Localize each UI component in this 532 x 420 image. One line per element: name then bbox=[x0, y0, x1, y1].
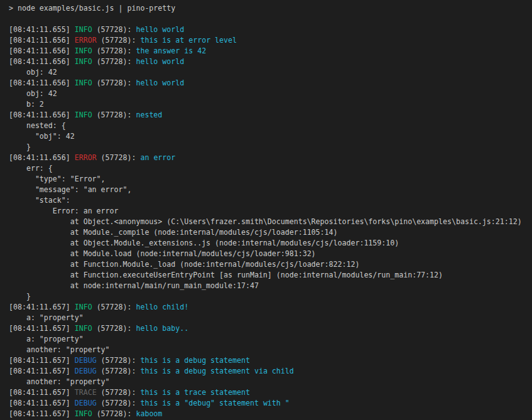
log-pid: (57728): bbox=[101, 399, 136, 407]
context-text: } bbox=[9, 292, 31, 301]
log-timestamp: [08:41:11.656] bbox=[9, 57, 70, 66]
context-line: at Object.Module._extensions..js (node:i… bbox=[9, 238, 529, 249]
log-message: this is a debug statement via child bbox=[140, 367, 293, 375]
log-line: [08:41:11.656] INFO (57728): hello world bbox=[9, 78, 529, 89]
context-text: at Function.executeUserEntryPoint [as ru… bbox=[9, 271, 443, 279]
context-text: at node:internal/main/run_main_module:17… bbox=[9, 281, 259, 290]
log-message: an error bbox=[140, 153, 175, 162]
log-timestamp: [08:41:11.656] bbox=[9, 78, 70, 87]
log-timestamp: [08:41:11.657] bbox=[9, 409, 70, 418]
context-line: obj: 42 bbox=[9, 67, 529, 78]
log-level: INFO bbox=[75, 78, 92, 87]
log-level: INFO bbox=[75, 25, 92, 34]
log-line: [08:41:11.657] DEBUG (57728): this is a … bbox=[9, 366, 529, 377]
context-line: "type": "Error", bbox=[9, 174, 529, 185]
log-level: ERROR bbox=[75, 36, 97, 45]
log-pid: (57728): bbox=[101, 356, 136, 365]
log-line: [08:41:11.657] DEBUG (57728): this is a … bbox=[9, 398, 529, 409]
context-line: } bbox=[9, 291, 529, 302]
context-line: at Function.Module._load (node:internal/… bbox=[9, 259, 529, 270]
log-timestamp: [08:41:11.657] bbox=[9, 303, 70, 311]
context-text: "obj": 42 bbox=[9, 132, 75, 141]
log-pid: (57728): bbox=[97, 46, 132, 55]
terminal-output[interactable]: > node examples/basic.js | pino-pretty [… bbox=[0, 0, 532, 420]
log-line: [08:41:11.656] INFO (57728): nested bbox=[9, 110, 529, 121]
context-text: at Module._compile (node:internal/module… bbox=[9, 228, 338, 237]
context-line: nested: { bbox=[9, 121, 529, 131]
log-line: [08:41:11.657] TRACE (57728): this is a … bbox=[9, 387, 529, 398]
log-line: [08:41:11.656] ERROR (57728): an error bbox=[9, 153, 529, 163]
context-text: at Function.Module._load (node:internal/… bbox=[9, 260, 359, 269]
log-message: hello baby.. bbox=[136, 324, 188, 333]
context-line: Error: an error bbox=[9, 206, 529, 217]
context-text: a: "property" bbox=[9, 313, 84, 322]
log-timestamp: [08:41:11.657] bbox=[9, 367, 70, 375]
log-timestamp: [08:41:11.657] bbox=[9, 356, 70, 365]
log-message: the answer is 42 bbox=[136, 46, 206, 55]
log-timestamp: [08:41:11.656] bbox=[9, 153, 70, 162]
context-line: at Module.load (node:internal/modules/cj… bbox=[9, 249, 529, 259]
log-message: hello world bbox=[136, 57, 184, 66]
context-line: "stack": bbox=[9, 195, 529, 206]
context-line: at Module._compile (node:internal/module… bbox=[9, 227, 529, 238]
log-message: hello world bbox=[136, 78, 184, 87]
log-pid: (57728): bbox=[97, 303, 132, 311]
log-pid: (57728): bbox=[101, 367, 136, 375]
context-text: another: "property" bbox=[9, 377, 110, 386]
log-pid: (57728): bbox=[97, 110, 132, 119]
context-line: } bbox=[9, 142, 529, 153]
log-timestamp: [08:41:11.656] bbox=[9, 110, 70, 119]
context-line: "message": "an error", bbox=[9, 185, 529, 195]
log-line: [08:41:11.656] INFO (57728): the answer … bbox=[9, 46, 529, 57]
context-text: b: 2 bbox=[9, 100, 44, 109]
log-message: this is at error level bbox=[140, 36, 237, 45]
log-level: DEBUG bbox=[75, 367, 97, 375]
log-pid: (57728): bbox=[97, 57, 132, 66]
context-line: a: "property" bbox=[9, 313, 529, 323]
context-text: err: { bbox=[9, 164, 53, 173]
context-line: "obj": 42 bbox=[9, 131, 529, 142]
context-line: another: "property" bbox=[9, 377, 529, 387]
log-level: DEBUG bbox=[75, 356, 97, 365]
log-pid: (57728): bbox=[101, 388, 136, 397]
log-message: hello world bbox=[136, 25, 184, 34]
log-level: TRACE bbox=[75, 388, 97, 397]
context-text: nested: { bbox=[9, 121, 66, 130]
context-line: err: { bbox=[9, 163, 529, 174]
log-line: [08:41:11.657] INFO (57728): hello baby.… bbox=[9, 323, 529, 334]
log-message: this is a debug statement bbox=[140, 356, 250, 365]
log-timestamp: [08:41:11.657] bbox=[9, 399, 70, 407]
log-message: this is a "debug" statement with " bbox=[140, 399, 289, 407]
context-text: a: "property" bbox=[9, 335, 84, 343]
log-line: [08:41:11.657] INFO (57728): kaboom bbox=[9, 409, 529, 419]
log-pid: (57728): bbox=[97, 324, 132, 333]
log-level: ERROR bbox=[75, 153, 97, 162]
log-message: this is a trace statement bbox=[140, 388, 250, 397]
context-text: at Module.load (node:internal/modules/cj… bbox=[9, 249, 316, 258]
context-text: "type": "Error", bbox=[9, 175, 106, 183]
log-level: INFO bbox=[75, 303, 92, 311]
command-text: > node examples/basic.js | pino-pretty bbox=[9, 4, 175, 13]
log-pid: (57728): bbox=[101, 153, 136, 162]
log-message: hello child! bbox=[136, 303, 188, 311]
context-line: at Object.<anonymous> (C:\Users\frazer.s… bbox=[9, 217, 529, 227]
context-text: at Object.Module._extensions..js (node:i… bbox=[9, 239, 399, 247]
context-line: at node:internal/main/run_main_module:17… bbox=[9, 281, 529, 291]
log-line: [08:41:11.657] DEBUG (57728): this is a … bbox=[9, 355, 529, 366]
context-text: obj: 42 bbox=[9, 68, 57, 77]
context-text: obj: 42 bbox=[9, 89, 57, 98]
context-text: at Object.<anonymous> (C:\Users\frazer.s… bbox=[9, 217, 522, 226]
context-line: a: "property" bbox=[9, 334, 529, 345]
log-timestamp: [08:41:11.656] bbox=[9, 36, 70, 45]
context-line: at Function.executeUserEntryPoint [as ru… bbox=[9, 270, 529, 281]
log-pid: (57728): bbox=[97, 78, 132, 87]
context-text: "stack": bbox=[9, 196, 70, 205]
log-pid: (57728): bbox=[97, 409, 132, 418]
log-message: kaboom bbox=[136, 409, 162, 418]
log-level: INFO bbox=[75, 409, 92, 418]
log-level: INFO bbox=[75, 46, 92, 55]
log-timestamp: [08:41:11.657] bbox=[9, 388, 70, 397]
log-line: [08:41:11.655] INFO (57728): hello world bbox=[9, 24, 529, 35]
log-timestamp: [08:41:11.657] bbox=[9, 324, 70, 333]
context-text: "message": "an error", bbox=[9, 185, 131, 194]
